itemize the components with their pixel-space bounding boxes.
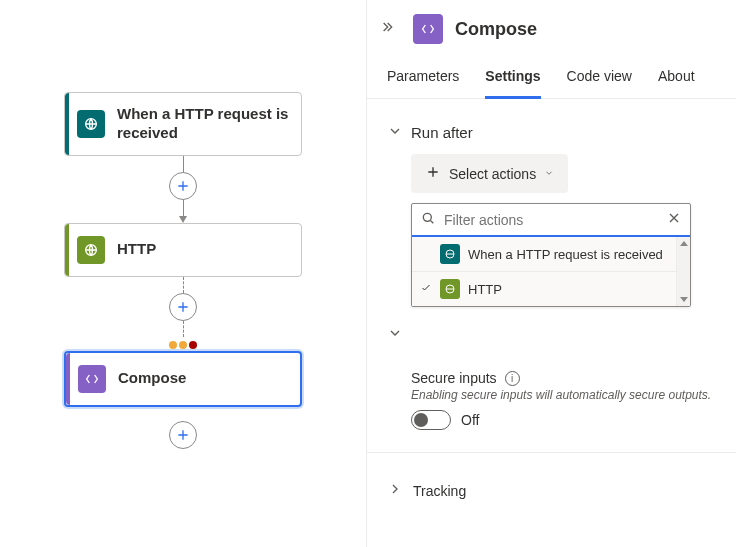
chevron-right-icon [387,481,403,500]
flow-canvas: When a HTTP request is received HTTP [0,0,366,547]
chevron-down-icon [387,123,401,142]
node-color-bar [65,224,69,276]
secure-inputs-label: Secure inputs [411,370,497,386]
action-option-trigger[interactable]: When a HTTP request is received [412,237,690,271]
node-title: Compose [118,369,186,388]
compose-icon [78,365,106,393]
tab-settings[interactable]: Settings [485,58,540,99]
http-icon [77,236,105,264]
plus-icon [425,164,441,183]
section-tracking-header[interactable]: Tracking [387,457,716,500]
flow-connector [169,156,197,223]
tab-parameters[interactable]: Parameters [387,58,459,99]
node-color-bar [66,353,70,405]
node-color-bar [65,93,69,155]
node-title: When a HTTP request is received [117,105,289,143]
details-panel: Compose Parameters Settings Code view Ab… [366,0,736,547]
flow-node-compose[interactable]: Compose [64,351,302,407]
add-step-button[interactable] [169,293,197,321]
secure-inputs-description: Enabling secure inputs will automaticall… [411,388,716,402]
section-label: Tracking [413,483,466,499]
chevron-down-icon [387,325,401,344]
panel-title: Compose [455,19,537,40]
section-divider [367,452,736,453]
action-picker-dropdown: When a HTTP request is received HTTP [411,203,691,307]
node-title: HTTP [117,240,156,259]
section-secure-header[interactable] [387,313,716,344]
flow-node-trigger[interactable]: When a HTTP request is received [64,92,302,156]
add-step-button[interactable] [169,421,197,449]
action-option-http[interactable]: HTTP [412,271,690,306]
action-option-label: When a HTTP request is received [468,247,663,262]
http-icon [440,279,460,299]
secure-inputs-value: Off [461,412,479,428]
http-trigger-icon [77,110,105,138]
flow-node-http[interactable]: HTTP [64,223,302,277]
collapse-panel-button[interactable] [377,15,401,43]
tab-about[interactable]: About [658,58,695,99]
http-trigger-icon [440,244,460,264]
panel-tabs: Parameters Settings Code view About [367,58,736,99]
svg-point-2 [423,213,431,221]
action-option-label: HTTP [468,282,502,297]
section-run-after-header[interactable]: Run after [387,111,716,154]
section-label: Run after [411,124,473,141]
select-actions-button[interactable]: Select actions [411,154,568,193]
dropdown-scrollbar[interactable] [676,237,690,306]
run-after-status-dots [169,341,197,349]
search-icon [420,210,436,229]
select-actions-label: Select actions [449,166,536,182]
tab-code-view[interactable]: Code view [567,58,632,99]
check-icon [420,282,432,297]
secure-inputs-toggle[interactable] [411,410,451,430]
flow-connector [169,277,197,351]
filter-actions-input[interactable] [444,212,658,228]
info-icon[interactable]: i [505,371,520,386]
compose-icon [413,14,443,44]
chevron-down-icon [544,168,554,180]
clear-filter-button[interactable] [666,210,682,229]
add-step-button[interactable] [169,172,197,200]
